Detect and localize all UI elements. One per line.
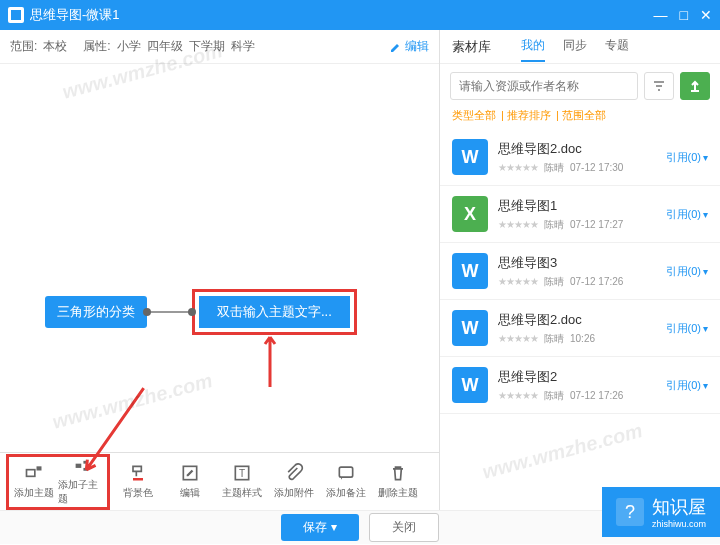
minimize-button[interactable]: — bbox=[654, 7, 668, 23]
resource-name: 思维导图2 bbox=[498, 368, 656, 386]
resource-item[interactable]: W 思维导图3 ★★★★★ 陈晴 07-12 17:26 引用(0)▾ bbox=[440, 243, 720, 300]
trash-icon bbox=[388, 463, 408, 483]
resource-author: 陈晴 bbox=[544, 389, 564, 403]
child-node[interactable]: 双击输入主题文字... bbox=[199, 296, 350, 328]
edit-icon bbox=[180, 463, 200, 483]
resource-time: 07-12 17:30 bbox=[570, 162, 623, 173]
text-style-icon: T bbox=[232, 463, 252, 483]
note-icon bbox=[336, 463, 356, 483]
resource-list: W 思维导图2.doc ★★★★★ 陈晴 07-12 17:30 引用(0)▾ … bbox=[440, 129, 720, 510]
node-connector bbox=[147, 311, 192, 313]
window-title: 思维导图-微课1 bbox=[30, 6, 654, 24]
filter-icon bbox=[652, 79, 666, 93]
brand-icon: ? bbox=[616, 498, 644, 526]
close-button[interactable]: 关闭 bbox=[369, 513, 439, 542]
term-value: 下学期 bbox=[189, 38, 225, 55]
tab-sync[interactable]: 同步 bbox=[563, 31, 587, 62]
grade-value: 四年级 bbox=[147, 38, 183, 55]
chevron-down-icon: ▾ bbox=[703, 152, 708, 163]
brand-name: 知识屋 bbox=[652, 497, 706, 517]
resource-item[interactable]: X 思维导图1 ★★★★★ 陈晴 07-12 17:27 引用(0)▾ bbox=[440, 186, 720, 243]
resource-author: 陈晴 bbox=[544, 218, 564, 232]
tab-mine[interactable]: 我的 bbox=[521, 31, 545, 62]
resource-item[interactable]: W 思维导图2.doc ★★★★★ 陈晴 10:26 引用(0)▾ bbox=[440, 300, 720, 357]
brand-badge: ? 知识屋 zhishiwu.com bbox=[602, 487, 720, 537]
reference-button[interactable]: 引用(0)▾ bbox=[666, 150, 708, 165]
close-window-button[interactable]: ✕ bbox=[700, 7, 712, 23]
tool-edit[interactable]: 编辑 bbox=[166, 458, 214, 506]
tool-add-note[interactable]: 添加备注 bbox=[322, 458, 370, 506]
resource-author: 陈晴 bbox=[544, 275, 564, 289]
attachment-icon bbox=[284, 463, 304, 483]
pencil-icon bbox=[390, 41, 402, 53]
save-button[interactable]: 保存 ▾ bbox=[281, 514, 358, 541]
subject-value: 科学 bbox=[231, 38, 255, 55]
tool-add-topic[interactable]: 添加主题 bbox=[10, 458, 58, 506]
resource-panel: 素材库 我的 同步 专题 类型全部 | 推荐排序 | 范围全部 W 思维导图2.… bbox=[440, 30, 720, 510]
file-type-icon: W bbox=[452, 253, 488, 289]
highlight-box: 双击输入主题文字... bbox=[192, 289, 357, 335]
filter-row[interactable]: 类型全部 | 推荐排序 | 范围全部 bbox=[440, 108, 720, 129]
attr-value: 小学 bbox=[117, 38, 141, 55]
brand-sub: zhishiwu.com bbox=[652, 519, 706, 529]
file-type-icon: X bbox=[452, 196, 488, 232]
tool-delete-topic[interactable]: 删除主题 bbox=[374, 458, 422, 506]
app-icon bbox=[8, 7, 24, 23]
svg-rect-1 bbox=[27, 470, 35, 477]
tab-special[interactable]: 专题 bbox=[605, 31, 629, 62]
tool-bg-color[interactable]: 背景色 bbox=[114, 458, 162, 506]
resource-time: 07-12 17:26 bbox=[570, 276, 623, 287]
reference-button[interactable]: 引用(0)▾ bbox=[666, 207, 708, 222]
meta-bar: 范围: 本校 属性: 小学 四年级 下学期 科学 编辑 bbox=[0, 30, 439, 64]
file-type-icon: W bbox=[452, 139, 488, 175]
add-topic-icon bbox=[24, 463, 44, 483]
reference-button[interactable]: 引用(0)▾ bbox=[666, 264, 708, 279]
chevron-down-icon: ▾ bbox=[703, 380, 708, 391]
rating-stars: ★★★★★ bbox=[498, 219, 538, 230]
resource-author: 陈晴 bbox=[544, 161, 564, 175]
upload-button[interactable] bbox=[680, 72, 710, 100]
filter-button[interactable] bbox=[644, 72, 674, 100]
tool-topic-style[interactable]: T 主题样式 bbox=[218, 458, 266, 506]
rating-stars: ★★★★★ bbox=[498, 390, 538, 401]
annotation-arrow bbox=[255, 332, 285, 392]
rating-stars: ★★★★★ bbox=[498, 162, 538, 173]
svg-text:T: T bbox=[239, 468, 245, 479]
rating-stars: ★★★★★ bbox=[498, 276, 538, 287]
upload-icon bbox=[688, 79, 702, 93]
scope-value: 本校 bbox=[43, 38, 67, 55]
resource-name: 思维导图2.doc bbox=[498, 311, 656, 329]
resource-item[interactable]: W 思维导图2 ★★★★★ 陈晴 07-12 17:26 引用(0)▾ bbox=[440, 357, 720, 414]
paint-icon bbox=[128, 463, 148, 483]
chevron-down-icon: ▾ bbox=[703, 266, 708, 277]
search-input[interactable] bbox=[450, 72, 638, 100]
maximize-button[interactable]: □ bbox=[680, 7, 688, 23]
svg-rect-6 bbox=[133, 478, 143, 481]
tool-add-attachment[interactable]: 添加附件 bbox=[270, 458, 318, 506]
reference-button[interactable]: 引用(0)▾ bbox=[666, 378, 708, 393]
root-node[interactable]: 三角形的分类 bbox=[45, 296, 147, 328]
scope-label: 范围: bbox=[10, 38, 37, 55]
chevron-down-icon: ▾ bbox=[703, 209, 708, 220]
editor-panel: 范围: 本校 属性: 小学 四年级 下学期 科学 编辑 三角形的分类 双击输入主… bbox=[0, 30, 440, 510]
resource-name: 思维导图1 bbox=[498, 197, 656, 215]
file-type-icon: W bbox=[452, 310, 488, 346]
resource-item[interactable]: W 思维导图2.doc ★★★★★ 陈晴 07-12 17:30 引用(0)▾ bbox=[440, 129, 720, 186]
panel-title: 素材库 bbox=[452, 38, 491, 56]
rating-stars: ★★★★★ bbox=[498, 333, 538, 344]
resource-author: 陈晴 bbox=[544, 332, 564, 346]
svg-rect-0 bbox=[11, 10, 21, 20]
editor-toolbar: 添加主题 添加子主题 背景色 编辑 T 主题样式 添加附件 bbox=[0, 452, 439, 510]
resource-time: 10:26 bbox=[570, 333, 595, 344]
file-type-icon: W bbox=[452, 367, 488, 403]
resource-time: 07-12 17:27 bbox=[570, 219, 623, 230]
chevron-down-icon: ▾ bbox=[703, 323, 708, 334]
edit-meta-button[interactable]: 编辑 bbox=[390, 38, 429, 55]
svg-rect-2 bbox=[37, 466, 42, 470]
attr-label: 属性: bbox=[83, 38, 110, 55]
resource-name: 思维导图2.doc bbox=[498, 140, 656, 158]
reference-button[interactable]: 引用(0)▾ bbox=[666, 321, 708, 336]
svg-rect-10 bbox=[339, 467, 352, 477]
resource-name: 思维导图3 bbox=[498, 254, 656, 272]
mindmap-canvas[interactable]: 三角形的分类 双击输入主题文字... bbox=[0, 64, 439, 452]
